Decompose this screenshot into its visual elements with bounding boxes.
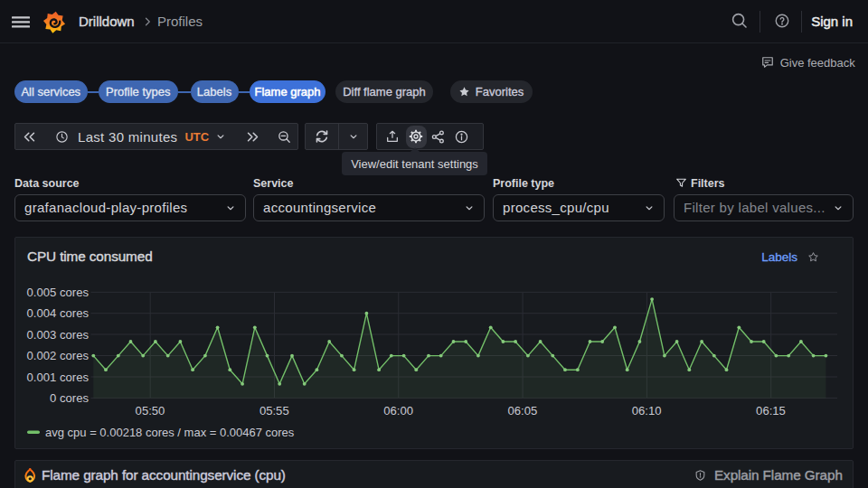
svg-text:06:05: 06:05	[508, 404, 538, 418]
svg-text:0 cores: 0 cores	[50, 391, 89, 405]
svg-text:0.003 cores: 0.003 cores	[27, 328, 90, 342]
svg-text:0.004 cores: 0.004 cores	[27, 306, 90, 320]
svg-text:0.001 cores: 0.001 cores	[27, 371, 90, 384]
svg-text:05:55: 05:55	[259, 404, 289, 418]
svg-text:0.002 cores: 0.002 cores	[27, 349, 90, 362]
svg-text:06:00: 06:00	[383, 404, 413, 418]
svg-text:06:15: 06:15	[756, 404, 786, 418]
svg-text:06:10: 06:10	[632, 404, 662, 418]
svg-text:0.005 cores: 0.005 cores	[27, 286, 90, 299]
svg-text:avg cpu = 0.00218 cores / max: avg cpu = 0.00218 cores / max = 0.00467 …	[45, 426, 295, 439]
svg-text:05:50: 05:50	[136, 404, 165, 418]
